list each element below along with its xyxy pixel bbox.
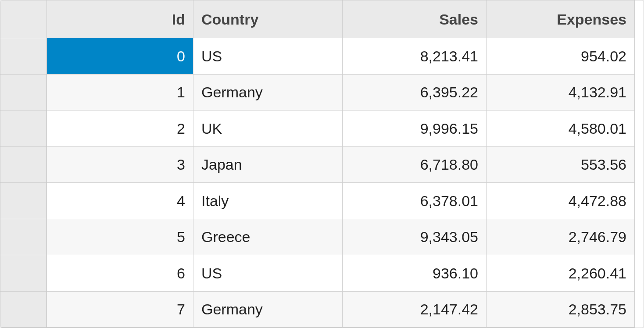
cell-sales[interactable]: 9,996.15	[343, 111, 487, 147]
cell-expenses[interactable]: 2,746.79	[487, 219, 635, 256]
cell-id[interactable]: 5	[47, 219, 193, 256]
cell-expenses[interactable]: 4,580.01	[487, 111, 635, 147]
cell-id[interactable]: 6	[47, 255, 193, 292]
column-header-country[interactable]: Country	[193, 0, 343, 38]
cell-sales[interactable]: 6,718.80	[343, 147, 487, 183]
column-header-expenses[interactable]: Expenses	[487, 0, 635, 38]
cell-country[interactable]: US	[193, 38, 343, 75]
table-row[interactable]: 5 Greece 9,343.05 2,746.79	[0, 219, 644, 256]
table-row[interactable]: 4 Italy 6,378.01 4,472.88	[0, 183, 644, 219]
cell-id[interactable]: 1	[47, 75, 193, 111]
cell-id[interactable]: 0	[47, 38, 193, 75]
row-header[interactable]	[0, 183, 47, 219]
row-header[interactable]	[0, 219, 47, 256]
cell-sales[interactable]: 8,213.41	[343, 38, 487, 75]
row-header[interactable]	[0, 111, 47, 147]
cell-country[interactable]: US	[193, 255, 343, 292]
row-header[interactable]	[0, 38, 47, 75]
row-header[interactable]	[0, 255, 47, 292]
cell-sales[interactable]: 9,343.05	[343, 219, 487, 256]
data-grid[interactable]: Id Country Sales Expenses 0 US 8,213.41 …	[0, 0, 644, 328]
column-header-id[interactable]: Id	[47, 0, 193, 38]
row-header[interactable]	[0, 75, 47, 111]
cell-country[interactable]: Germany	[193, 292, 343, 328]
cell-id[interactable]: 4	[47, 183, 193, 219]
cell-country[interactable]: Greece	[193, 219, 343, 256]
table-row[interactable]: 3 Japan 6,718.80 553.56	[0, 147, 644, 183]
row-header[interactable]	[0, 147, 47, 183]
cell-expenses[interactable]: 2,853.75	[487, 292, 635, 328]
cell-id[interactable]: 3	[47, 147, 193, 183]
cell-expenses[interactable]: 4,472.88	[487, 183, 635, 219]
cell-sales[interactable]: 936.10	[343, 255, 487, 292]
cell-country[interactable]: Italy	[193, 183, 343, 219]
cell-country[interactable]: Germany	[193, 75, 343, 111]
table-row[interactable]: 0 US 8,213.41 954.02	[0, 38, 644, 75]
cell-sales[interactable]: 6,395.22	[343, 75, 487, 111]
cell-id[interactable]: 2	[47, 111, 193, 147]
row-header-corner[interactable]	[0, 0, 47, 38]
grid-header-row: Id Country Sales Expenses	[0, 0, 644, 38]
table-row[interactable]: 7 Germany 2,147.42 2,853.75	[0, 292, 644, 328]
table-row[interactable]: 2 UK 9,996.15 4,580.01	[0, 111, 644, 147]
cell-expenses[interactable]: 954.02	[487, 38, 635, 75]
cell-id[interactable]: 7	[47, 292, 193, 328]
cell-country[interactable]: UK	[193, 111, 343, 147]
cell-expenses[interactable]: 4,132.91	[487, 75, 635, 111]
cell-expenses[interactable]: 553.56	[487, 147, 635, 183]
column-header-sales[interactable]: Sales	[343, 0, 487, 38]
table-row[interactable]: 6 US 936.10 2,260.41	[0, 255, 644, 292]
cell-sales[interactable]: 2,147.42	[343, 292, 487, 328]
cell-sales[interactable]: 6,378.01	[343, 183, 487, 219]
cell-expenses[interactable]: 2,260.41	[487, 255, 635, 292]
cell-country[interactable]: Japan	[193, 147, 343, 183]
row-header[interactable]	[0, 292, 47, 328]
grid-body[interactable]: 0 US 8,213.41 954.02 1 Germany 6,395.22 …	[0, 38, 644, 328]
table-row[interactable]: 1 Germany 6,395.22 4,132.91	[0, 75, 644, 111]
